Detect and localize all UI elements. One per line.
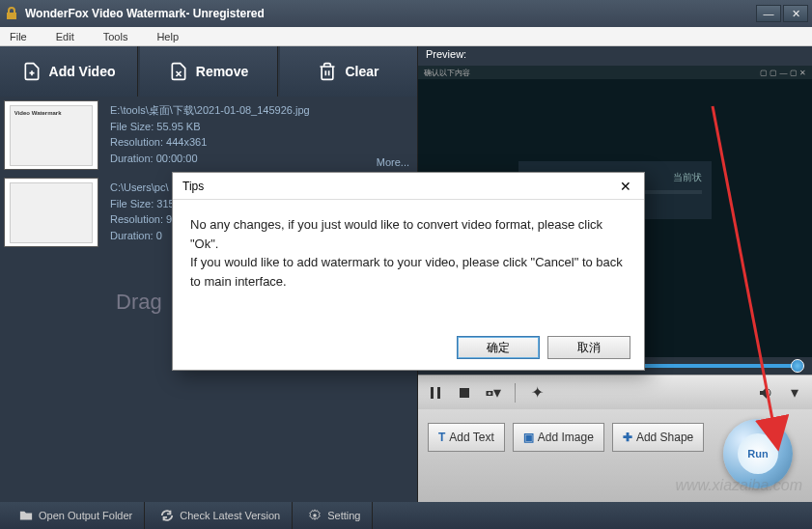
dialog-footer: 确定 取消 — [173, 325, 644, 370]
add-video-label: Add Video — [49, 64, 116, 79]
remove-label: Remove — [196, 64, 248, 79]
drag-hint: Drag — [116, 290, 162, 315]
menu-tools[interactable]: Tools — [103, 31, 128, 42]
svg-point-5 — [313, 514, 317, 517]
svg-rect-0 — [431, 387, 434, 399]
preview-label: Preview: — [418, 46, 812, 66]
gear-icon — [308, 509, 322, 522]
more-link[interactable]: More... — [377, 154, 409, 171]
add-text-label: Add Text — [449, 431, 493, 444]
file-metadata: E:\tools\桌面\下载\2021-01-08_145926.jpg Fil… — [102, 97, 417, 174]
settings-icon[interactable]: ▾ — [787, 385, 802, 401]
file-size: File Size: 55.95 KB — [110, 119, 409, 135]
close-button[interactable]: ✕ — [783, 5, 808, 22]
snapshot-button[interactable]: ▾ — [486, 385, 501, 401]
menu-help[interactable]: Help — [156, 31, 179, 42]
preview-toolbar-text: 确认以下内容 — [424, 68, 470, 78]
dialog-header: Tips ✕ — [173, 173, 644, 200]
add-shape-button[interactable]: ✚ Add Shape — [612, 423, 704, 452]
window-title: WonderFox Video Watermark- Unregistered — [25, 7, 756, 20]
file-thumbnail — [4, 100, 98, 170]
svg-point-4 — [489, 392, 491, 395]
file-plus-icon — [22, 62, 42, 81]
dialog-ok-button[interactable]: 确定 — [457, 336, 540, 359]
toolbar-buttons: Add Video Remove Clear — [0, 46, 417, 97]
effects-button[interactable]: ✦ — [529, 385, 545, 401]
menu-file[interactable]: File — [10, 31, 27, 42]
setting-label: Setting — [327, 510, 360, 521]
file-duration: Duration: 00:00:00 — [110, 151, 409, 167]
window-buttons: — ✕ — [756, 5, 808, 22]
file-remove-icon — [169, 62, 188, 81]
clear-button[interactable]: Clear — [280, 46, 417, 97]
volume-button[interactable] — [758, 385, 773, 401]
lock-icon — [4, 6, 19, 21]
open-output-folder-button[interactable]: Open Output Folder — [8, 502, 145, 529]
file-resolution: Resolution: 444x361 — [110, 134, 409, 151]
file-path: E:\tools\桌面\下载\2021-01-08_145926.jpg — [110, 102, 409, 119]
player-controls: ▾ ✦ ▾ — [418, 375, 812, 409]
dialog-title: Tips — [182, 180, 617, 193]
menu-edit[interactable]: Edit — [56, 31, 74, 42]
dialog-body: No any changes, if you just would like t… — [173, 200, 644, 325]
preview-toolbar: 确认以下内容 ▢ ▢ — ▢ ✕ — [418, 66, 812, 79]
check-version-label: Check Latest Version — [180, 510, 280, 521]
pause-button[interactable] — [428, 385, 443, 401]
add-image-label: Add Image — [538, 431, 594, 444]
minimize-button[interactable]: — — [756, 5, 781, 22]
file-item[interactable]: E:\tools\桌面\下载\2021-01-08_145926.jpg Fil… — [0, 97, 417, 174]
timeline-handle[interactable] — [791, 359, 804, 373]
text-icon: T — [438, 431, 445, 444]
preview-toolbar-icons: ▢ ▢ — ▢ ✕ — [760, 69, 806, 77]
image-icon: ▣ — [523, 431, 534, 444]
refresh-icon — [160, 509, 174, 522]
setting-button[interactable]: Setting — [296, 502, 373, 529]
statusbar: Open Output Folder Check Latest Version … — [0, 502, 812, 529]
svg-rect-1 — [437, 387, 440, 399]
add-video-button[interactable]: Add Video — [0, 46, 138, 97]
dialog-close-button[interactable]: ✕ — [617, 178, 634, 195]
check-version-button[interactable]: Check Latest Version — [149, 502, 293, 529]
add-shape-label: Add Shape — [636, 431, 693, 444]
run-label: Run — [738, 433, 778, 474]
trash-icon — [318, 62, 337, 81]
add-image-button[interactable]: ▣ Add Image — [513, 423, 604, 452]
tips-dialog: Tips ✕ No any changes, if you just would… — [172, 172, 645, 371]
dialog-cancel-button[interactable]: 取消 — [547, 336, 630, 359]
svg-rect-2 — [460, 388, 469, 398]
site-watermark: www.xiazaiba.com — [675, 477, 802, 494]
titlebar: WonderFox Video Watermark- Unregistered … — [0, 0, 812, 27]
folder-icon — [19, 509, 33, 522]
open-output-label: Open Output Folder — [39, 510, 132, 521]
clear-label: Clear — [345, 64, 378, 79]
dialog-text-2: If you would like to add watermark to yo… — [190, 253, 627, 291]
dialog-text-1: No any changes, if you just would like t… — [190, 215, 627, 253]
add-text-button[interactable]: T Add Text — [428, 423, 505, 452]
stop-button[interactable] — [457, 385, 472, 401]
file-thumbnail — [4, 178, 98, 247]
remove-button[interactable]: Remove — [140, 46, 278, 97]
shape-icon: ✚ — [623, 431, 632, 444]
menubar: File Edit Tools Help — [0, 27, 812, 46]
